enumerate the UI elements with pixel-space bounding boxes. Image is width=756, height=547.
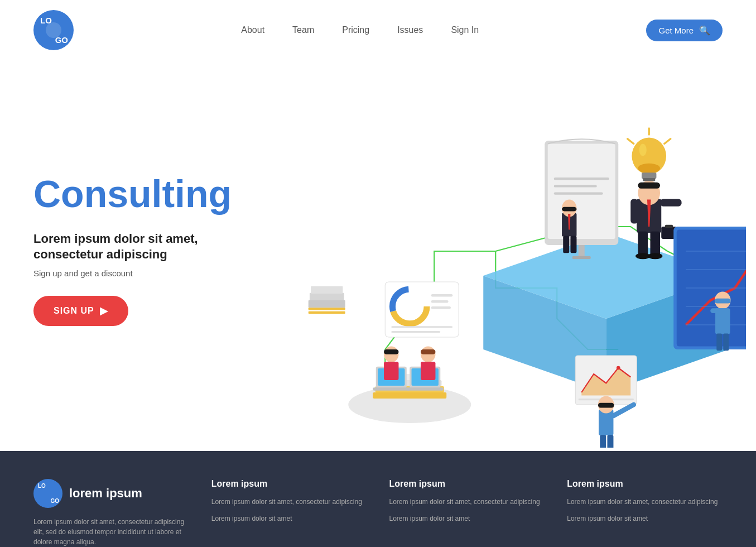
svg-rect-40 [391,326,452,328]
svg-rect-34 [385,282,459,337]
large-monitor [545,139,618,259]
svg-rect-15 [554,192,603,194]
logo-icon [33,10,74,50]
get-more-button[interactable]: Get More 🔍 [646,20,723,41]
footer-col-2: Lorem ipsum Lorem ipsum dolor sit amet, … [211,479,367,547]
small-person-monitor [562,200,576,253]
lightbulb [628,128,671,181]
svg-rect-30 [562,207,576,212]
svg-rect-67 [600,435,606,448]
footer-col4-text2: Lorem ipsum dolor sit amet [567,514,723,524]
footer-col-brand: lorem ipsum Lorem ipsum dolor sit amet, … [33,479,189,547]
signup-label: SIGN UP [54,306,94,316]
footer-col2-text2: Lorem ipsum dolor sit amet [211,514,367,524]
svg-rect-55 [384,362,398,380]
svg-line-66 [613,405,633,416]
svg-rect-4 [309,311,345,314]
footer-col3-text2: Lorem ipsum dolor sit amet [389,514,545,524]
header-actions: Get More 🔍 [646,20,723,41]
svg-rect-39 [431,306,451,309]
arrow-icon: ▶ [100,305,108,317]
footer-col2-title: Lorem ipsum [211,479,367,489]
svg-rect-81 [716,333,722,351]
footer-logo-name: lorem ipsum [69,486,142,501]
svg-rect-33 [570,236,576,253]
footer-col4-title: Lorem ipsum [567,479,723,489]
svg-rect-25 [650,232,660,256]
svg-rect-57 [421,349,435,354]
hero-subtitle: Lorem ipsum dolor sit amet,consectetur a… [33,231,268,263]
svg-rect-13 [554,177,609,180]
svg-rect-20 [630,199,638,224]
footer: lorem ipsum Lorem ipsum dolor sit amet, … [0,451,756,547]
nav-signin[interactable]: Sign In [451,25,479,35]
svg-rect-18 [638,183,660,189]
svg-point-84 [638,164,660,174]
footer-col-4: Lorem ipsum Lorem ipsum dolor sit amet, … [567,479,723,547]
svg-rect-41 [391,331,440,333]
nav-issues[interactable]: Issues [397,25,423,35]
svg-rect-37 [431,294,453,296]
logo[interactable] [33,10,74,50]
svg-line-89 [664,139,671,144]
hero-section: Consulting Lorem ipsum dolor sit amet,co… [0,60,756,451]
signup-button[interactable]: SIGN UP ▶ [33,296,128,326]
svg-rect-65 [598,403,614,408]
hero-text-block: Consulting Lorem ipsum dolor sit amet,co… [33,174,268,326]
main-nav: About Team Pricing Issues Sign In [241,25,479,35]
svg-rect-0 [309,300,345,308]
svg-rect-14 [554,185,597,187]
svg-rect-3 [309,308,345,310]
footer-col-3: Lorem ipsum Lorem ipsum dolor sit amet, … [389,479,545,547]
svg-rect-68 [607,435,613,448]
svg-rect-2 [311,286,343,294]
svg-rect-63 [599,410,613,435]
svg-rect-78 [715,299,731,304]
svg-rect-1 [310,293,344,300]
svg-rect-49 [373,387,410,391]
svg-rect-80 [710,308,729,313]
hero-illustration [268,71,723,429]
hero-description: Sign up and get a discount [33,268,268,278]
svg-point-61 [617,366,620,370]
nav-pricing[interactable]: Pricing [342,25,369,35]
svg-point-27 [648,253,662,259]
footer-grid: lorem ipsum Lorem ipsum dolor sit amet, … [33,479,723,547]
svg-line-90 [628,139,634,144]
nav-team[interactable]: Team [292,25,314,35]
workers-desk [348,347,471,424]
svg-rect-43 [373,392,446,399]
svg-rect-32 [563,236,569,253]
svg-rect-82 [723,333,729,351]
svg-rect-12 [548,144,615,239]
footer-logo-icon [33,479,62,508]
footer-col3-title: Lorem ipsum [389,479,545,489]
header: About Team Pricing Issues Sign In Get Mo… [0,0,756,60]
svg-rect-10 [572,256,591,260]
bottom-left-platform [309,286,345,314]
footer-logo-row: lorem ipsum [33,479,189,508]
svg-rect-54 [384,349,398,354]
isometric-scene [245,60,746,448]
footer-col2-text1: Lorem ipsum dolor sit amet, consectetur … [211,497,367,507]
svg-rect-38 [431,300,449,303]
svg-rect-24 [638,232,648,256]
nav-about[interactable]: About [241,25,264,35]
svg-rect-23 [665,225,673,228]
footer-col3-text1: Lorem ipsum dolor sit amet, consectetur … [389,497,545,507]
search-icon: 🔍 [699,25,710,36]
svg-rect-87 [643,178,655,181]
svg-point-85 [639,144,647,156]
hero-title: Consulting [33,174,268,214]
svg-rect-8 [532,233,536,236]
analytics-card [385,282,459,337]
svg-rect-58 [421,362,435,380]
footer-about-text: Lorem ipsum dolor sit amet, consectetur … [33,517,189,547]
footer-col4-text1: Lorem ipsum dolor sit amet, consectetur … [567,497,723,507]
svg-rect-52 [407,387,444,391]
svg-rect-86 [642,172,656,179]
get-more-label: Get More [658,26,694,35]
svg-rect-21 [660,199,682,207]
right-chart-screen [673,227,745,349]
